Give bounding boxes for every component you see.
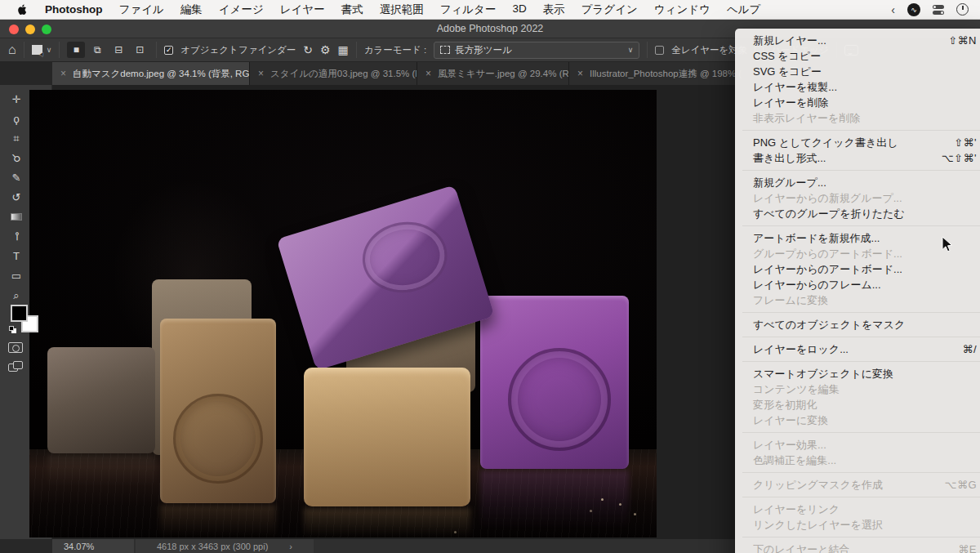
menu-item[interactable]: 新規グループ... [735,175,980,190]
rectangle-tool[interactable]: ▭ [7,267,26,284]
menubar-item-1[interactable]: ファイル [119,2,164,17]
menubar-items: ファイル編集イメージレイヤー書式選択範囲フィルター3D表示プラグインウィンドウヘ… [119,2,761,17]
menu-item-label: 変形を初期化 [753,398,817,413]
menu-item[interactable]: レイヤーを削除 [735,95,980,110]
menubar-item-10[interactable]: プラグイン [581,2,638,17]
eyedropper-tool[interactable]: ⚲ [7,149,26,167]
menubar-item-8[interactable]: 3D [512,2,526,17]
control-center-icon[interactable] [933,5,944,15]
menu-separator [742,337,980,337]
menu-item[interactable]: CSS をコピー [735,48,980,64]
move-tool[interactable]: ✛ [7,91,26,108]
move-tool-icon: ✛ [12,94,21,105]
menu-item[interactable]: すべてのグループを折りたたむ [735,206,980,221]
document-tab-3[interactable]: ×風景ミキサー.jpeg @ 29.4% (RGB... [417,62,569,85]
menu-item: レイヤーに変換 [735,413,980,428]
photoshop-window: Photoshop ファイル編集イメージレイヤー書式選択範囲フィルター3D表示プ… [0,0,980,553]
mode-dropdown[interactable]: 長方形ツール ∨ [434,42,639,59]
document-tab-4[interactable]: ×Illustrator_Photoshop連携 @ 198% (... [569,62,742,85]
type-tool[interactable]: T [7,248,26,265]
brush-tool[interactable]: ✎ [7,169,26,186]
foreground-color-swatch[interactable] [11,305,28,322]
macos-menubar: Photoshop ファイル編集イメージレイヤー書式選択範囲フィルター3D表示プ… [0,0,980,20]
new-selection-button[interactable]: ■ [67,42,85,58]
lasso-tool[interactable]: ϙ [7,110,26,127]
quick-mask-button[interactable] [8,342,23,353]
menubar-item-4[interactable]: レイヤー [280,2,325,17]
subtract-from-selection-button[interactable]: ⊟ [109,42,127,58]
menu-item[interactable]: レイヤーからのフレーム... [735,277,980,292]
document-info[interactable]: 4618 px x 3463 px (300 ppi) › [136,539,314,553]
status-corner [0,539,52,553]
menu-item[interactable]: レイヤーを複製... [735,79,980,95]
menubar-item-12[interactable]: ヘルプ [727,2,760,17]
menu-item-label: 非表示レイヤーを削除 [753,111,860,126]
soap-block-brown-stamped [160,319,276,503]
menu-item: レイヤー効果... [735,437,980,453]
tool-preset-picker[interactable]: ∨ [32,45,52,55]
menu-item[interactable]: レイヤーをロック...⌘/ [735,341,980,357]
refresh-icon[interactable]: ↻ [303,44,313,56]
menu-separator [742,472,980,473]
document-tab-1[interactable]: ×自動マスクdemo.jpeg @ 34.1% (背景, RGB/8) * [52,62,250,85]
crop-tool[interactable]: ⌗ [7,130,26,147]
document-tab-2[interactable]: ×スタイルの適用03.jpeg @ 31.5% (RG... [250,62,417,85]
tab-close-icon[interactable]: × [60,68,66,79]
menu-item-label: PNG としてクイック書き出し [753,136,898,150]
menu-item[interactable]: スマートオブジェクトに変換 [735,366,980,381]
menu-separator [742,361,980,362]
gradient-tool[interactable] [7,208,26,225]
menu-separator [742,225,980,226]
tab-close-icon[interactable]: × [425,68,431,79]
add-to-selection-button[interactable]: ⧉ [88,42,106,58]
menu-item-label: アートボードを新規作成... [753,231,880,246]
menu-item[interactable]: レイヤーからのアートボード... [735,261,980,277]
menubar-item-9[interactable]: 表示 [543,2,565,17]
menu-item-shortcut: ⇧⌘N [948,34,977,47]
history-brush-tool[interactable]: ↺ [7,189,26,206]
menubar-item-2[interactable]: 編集 [180,2,203,17]
menu-item: レイヤーをリンク [735,502,980,517]
menubar-item-7[interactable]: フィルター [440,2,497,17]
intersect-selection-button[interactable]: ⊡ [131,42,149,58]
tab-label: スタイルの適用03.jpeg @ 31.5% (RG... [270,68,417,80]
overlay-options-icon[interactable]: ▦ [338,44,349,56]
menubar-item-5[interactable]: 書式 [341,2,363,17]
zoom-level-field[interactable]: 34.07% [52,539,134,553]
selection-mode-group: ■ ⧉ ⊟ ⊡ [67,42,149,58]
rectangle-mode-icon [440,46,450,54]
menu-item[interactable]: PNG としてクイック書き出し⇧⌘' [735,135,980,150]
zoom-tool-icon: ⌕ [13,290,19,301]
menubar-item-6[interactable]: 選択範囲 [380,2,424,17]
sample-all-layers-checkbox[interactable] [655,46,664,55]
apple-menu-icon[interactable] [16,3,29,16]
gradient-tool-icon [11,213,22,221]
menubar-item-3[interactable]: イメージ [219,2,264,17]
object-finder-checkbox[interactable]: ✓ [164,46,173,55]
chevron-left-icon[interactable]: ‹ [891,3,895,16]
menu-item[interactable]: 書き出し形式...⌥⇧⌘' [735,150,980,166]
lasso-tool-icon: ϙ [13,114,19,124]
creative-cloud-icon[interactable]: ∿ [907,3,920,16]
menubar-item-11[interactable]: ウィンドウ [654,2,710,17]
menu-item: 色調補正を編集... [735,453,980,468]
menu-item[interactable]: すべてのオブジェクトをマスク [735,317,980,332]
canvas-photo[interactable] [29,90,657,537]
dodge-tool[interactable]: ⊸ [7,228,26,245]
tab-close-icon[interactable]: × [258,68,264,79]
gear-icon[interactable]: ⚙ [320,44,331,56]
menu-item-shortcut: ⇧⌘' [954,136,977,149]
tab-close-icon[interactable]: × [577,68,583,79]
menu-item[interactable]: 新規レイヤー...⇧⌘N [735,33,980,48]
menu-item-label: スマートオブジェクトに変換 [753,367,893,381]
menu-item-label: SVG をコピー [753,65,822,79]
separator [24,42,24,58]
menubar-app-name[interactable]: Photoshop [45,3,103,16]
default-colors-button[interactable] [9,326,16,333]
account-icon[interactable] [956,3,969,16]
screen-mode-button[interactable] [8,361,23,372]
menu-item[interactable]: SVG をコピー [735,64,980,79]
home-button[interactable]: ⌂ [8,43,16,56]
document-dimensions: 4618 px x 3463 px (300 ppi) [157,542,268,551]
menu-separator [742,312,980,313]
